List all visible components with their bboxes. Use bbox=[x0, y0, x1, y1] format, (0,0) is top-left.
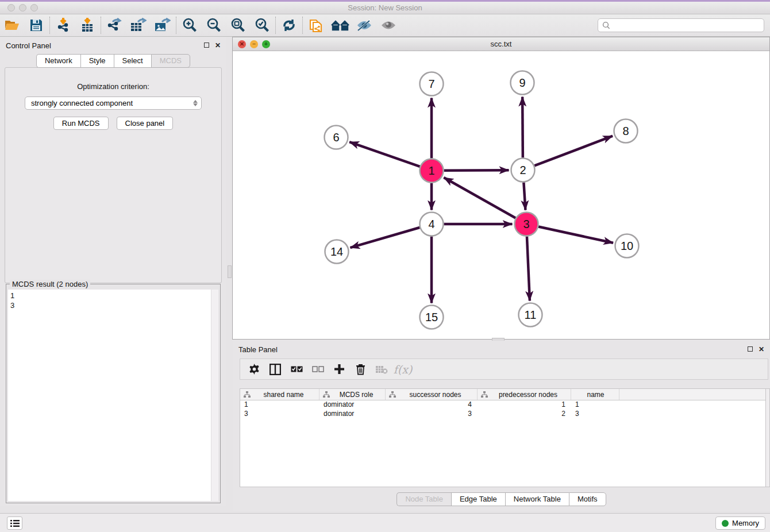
tab-network[interactable]: Network bbox=[36, 54, 80, 68]
graph-node-14[interactable]: 14 bbox=[325, 240, 349, 264]
tab-network-table[interactable]: Network Table bbox=[505, 492, 569, 506]
table-cell[interactable]: 3 bbox=[240, 410, 319, 419]
column-header-predecessor-nodes[interactable]: predecessor nodes bbox=[478, 389, 571, 400]
add-column-icon[interactable] bbox=[331, 361, 347, 377]
status-bar: Memory bbox=[0, 513, 770, 532]
optimization-criterion-label: Optimization criterion: bbox=[5, 82, 221, 91]
zoom-in-icon[interactable] bbox=[178, 16, 202, 35]
graph-edge-2-9[interactable] bbox=[522, 97, 523, 157]
float-table-panel-icon[interactable] bbox=[748, 345, 753, 353]
delete-column-trash-icon[interactable] bbox=[352, 361, 368, 377]
graph-node-10[interactable]: 10 bbox=[615, 234, 639, 258]
column-header-successor-nodes[interactable]: successor nodes bbox=[386, 389, 478, 400]
import-table-icon[interactable] bbox=[75, 16, 99, 35]
table-cell[interactable]: 1 bbox=[240, 400, 319, 410]
mcds-result-text[interactable]: 13 bbox=[8, 290, 211, 501]
tab-node-table[interactable]: Node Table bbox=[396, 492, 451, 506]
graph-node-15[interactable]: 15 bbox=[420, 306, 444, 329]
open-session-icon[interactable] bbox=[0, 16, 24, 35]
mcds-result-title: MCDS result (2 nodes) bbox=[10, 280, 90, 288]
vertical-splitter-grip[interactable] bbox=[228, 265, 232, 278]
column-header-shared-name[interactable]: shared name bbox=[240, 389, 319, 400]
tab-motifs[interactable]: Motifs bbox=[569, 492, 606, 506]
import-network-icon[interactable] bbox=[51, 16, 75, 35]
table-settings-gear-icon[interactable] bbox=[246, 361, 262, 377]
run-mcds-button[interactable]: Run MCDS bbox=[53, 117, 109, 130]
unselect-all-icon[interactable] bbox=[310, 361, 326, 377]
graph-edge-2-8[interactable] bbox=[534, 136, 613, 166]
zoom-out-icon[interactable] bbox=[202, 16, 226, 35]
table-cell[interactable]: 3 bbox=[386, 410, 478, 419]
show-graphics-details-icon[interactable] bbox=[376, 16, 401, 35]
graph-node-4[interactable]: 4 bbox=[420, 213, 444, 236]
zoom-fit-icon[interactable] bbox=[226, 16, 250, 35]
graph-node-2[interactable]: 2 bbox=[511, 159, 535, 182]
refresh-network-icon[interactable] bbox=[277, 16, 301, 35]
column-header-MCDS-role[interactable]: MCDS role bbox=[319, 389, 386, 400]
graph-node-6[interactable]: 6 bbox=[325, 126, 348, 149]
graph-node-1[interactable]: 1 bbox=[420, 159, 444, 183]
close-panel-button[interactable]: Close panel bbox=[117, 117, 174, 130]
zoom-selected-icon[interactable] bbox=[250, 16, 274, 35]
graph-edge-1-2[interactable] bbox=[444, 170, 509, 171]
search-field[interactable] bbox=[598, 18, 764, 32]
graph-node-3[interactable]: 3 bbox=[515, 213, 538, 236]
table-cell[interactable]: dominator bbox=[319, 410, 386, 419]
list-icon bbox=[10, 519, 20, 527]
optimization-criterion-select[interactable]: strongly connected component bbox=[25, 97, 202, 110]
network-canvas[interactable]: 7968124314101511 bbox=[233, 51, 769, 339]
graph-edge-1-6[interactable] bbox=[349, 142, 420, 167]
selected-option-label: strongly connected component bbox=[31, 99, 193, 107]
clone-network-icon[interactable] bbox=[304, 16, 328, 35]
table-cell[interactable]: 4 bbox=[386, 400, 478, 410]
tab-select[interactable]: Select bbox=[114, 54, 151, 68]
graph-node-8[interactable]: 8 bbox=[614, 119, 638, 143]
search-input[interactable] bbox=[610, 20, 764, 31]
table-cell[interactable]: 2 bbox=[478, 410, 571, 419]
show-columns-icon[interactable] bbox=[267, 361, 283, 377]
table-row[interactable]: 1dominator411 bbox=[240, 400, 765, 410]
task-history-button[interactable] bbox=[7, 516, 22, 530]
select-all-icon[interactable] bbox=[288, 361, 305, 377]
titlebar[interactable]: Session: New Session bbox=[0, 2, 770, 14]
table-panel-title: Table Panel bbox=[238, 345, 278, 354]
graph-edge-3-10[interactable] bbox=[538, 227, 613, 243]
graph-edge-3-1[interactable] bbox=[444, 178, 515, 218]
toolbar-separator bbox=[302, 17, 303, 34]
table-cell[interactable]: 1 bbox=[478, 400, 571, 410]
export-network-icon[interactable] bbox=[102, 16, 126, 35]
graph-edge-4-14[interactable] bbox=[351, 228, 420, 248]
graph-node-9[interactable]: 9 bbox=[511, 71, 534, 95]
float-panel-icon[interactable] bbox=[204, 41, 209, 49]
toolbar-separator bbox=[275, 17, 276, 34]
network-window-title: scc.txt bbox=[233, 40, 769, 48]
table-scrollbar[interactable] bbox=[765, 388, 770, 487]
close-panel-icon[interactable]: ✕ bbox=[215, 41, 221, 49]
memory-button[interactable]: Memory bbox=[715, 516, 765, 530]
table-cell[interactable]: 3 bbox=[571, 410, 619, 419]
function-builder-icon: f(x) bbox=[395, 361, 411, 377]
hide-panels-icon[interactable] bbox=[352, 16, 376, 35]
mcds-result-scrollbar[interactable] bbox=[211, 290, 218, 501]
export-table-icon[interactable] bbox=[126, 16, 151, 35]
network-window-titlebar[interactable]: ✕ – + scc.txt bbox=[233, 37, 769, 51]
column-type-icon bbox=[323, 391, 330, 398]
graph-edge-2-3[interactable] bbox=[523, 182, 525, 210]
column-header-name[interactable]: name bbox=[571, 389, 619, 400]
node-table[interactable]: shared nameMCDS rolesuccessor nodesprede… bbox=[240, 388, 765, 487]
tab-edge-table[interactable]: Edge Table bbox=[451, 492, 505, 506]
svg-text:3: 3 bbox=[523, 218, 529, 230]
graph-node-11[interactable]: 11 bbox=[519, 303, 542, 327]
close-table-panel-icon[interactable]: ✕ bbox=[759, 345, 764, 353]
table-row[interactable]: 3dominator323 bbox=[240, 410, 765, 419]
table-cell[interactable]: dominator bbox=[319, 400, 386, 410]
save-session-icon[interactable] bbox=[24, 16, 48, 35]
show-all-panels-icon[interactable] bbox=[328, 16, 352, 35]
tab-style[interactable]: Style bbox=[80, 54, 114, 68]
export-image-icon[interactable] bbox=[151, 16, 175, 35]
tab-mcds[interactable]: MCDS bbox=[151, 54, 190, 68]
table-toolbar: f(x) bbox=[240, 358, 768, 380]
table-cell[interactable]: 1 bbox=[571, 400, 619, 410]
graph-edge-3-11[interactable] bbox=[527, 236, 530, 300]
graph-node-7[interactable]: 7 bbox=[420, 72, 444, 96]
